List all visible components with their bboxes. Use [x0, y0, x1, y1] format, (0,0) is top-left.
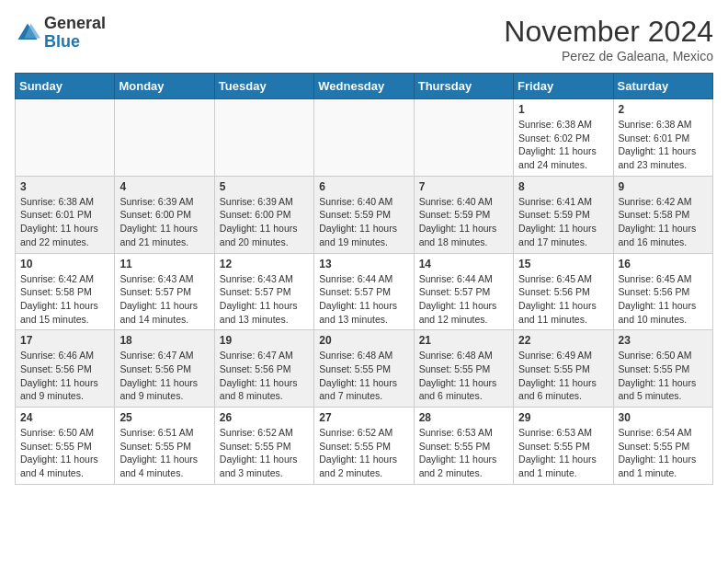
- week-row-0: 1Sunrise: 6:38 AMSunset: 6:02 PMDaylight…: [16, 99, 713, 177]
- day-info: Sunrise: 6:48 AMSunset: 5:55 PMDaylight:…: [319, 349, 408, 403]
- day-cell-27: 27Sunrise: 6:52 AMSunset: 5:55 PMDayligh…: [314, 408, 414, 485]
- day-number: 27: [319, 411, 408, 424]
- logo-text: General Blue: [44, 15, 106, 52]
- day-info: Sunrise: 6:54 AMSunset: 5:55 PMDaylight:…: [619, 426, 708, 480]
- day-number: 5: [220, 180, 309, 193]
- day-number: 14: [419, 258, 508, 270]
- day-header-wednesday: Wednesday: [314, 74, 414, 99]
- day-info: Sunrise: 6:45 AMSunset: 5:56 PMDaylight:…: [619, 272, 708, 327]
- day-cell-empty: [214, 99, 313, 177]
- day-number: 23: [619, 334, 708, 347]
- day-number: 22: [518, 334, 608, 347]
- day-cell-empty: [414, 99, 513, 177]
- day-info: Sunrise: 6:53 AMSunset: 5:55 PMDaylight:…: [518, 426, 608, 480]
- day-cell-22: 22Sunrise: 6:49 AMSunset: 5:55 PMDayligh…: [514, 330, 613, 408]
- day-info: Sunrise: 6:50 AMSunset: 5:55 PMDaylight:…: [20, 426, 109, 480]
- day-header-tuesday: Tuesday: [214, 74, 313, 99]
- day-header-friday: Friday: [514, 74, 613, 99]
- day-number: 4: [119, 180, 209, 193]
- day-cell-empty: [16, 99, 115, 177]
- day-header-saturday: Saturday: [613, 74, 712, 99]
- day-cell-3: 3Sunrise: 6:38 AMSunset: 6:01 PMDaylight…: [16, 176, 115, 253]
- day-info: Sunrise: 6:40 AMSunset: 5:59 PMDaylight:…: [419, 195, 508, 249]
- day-header-thursday: Thursday: [414, 74, 513, 99]
- day-number: 18: [119, 334, 209, 347]
- day-info: Sunrise: 6:39 AMSunset: 6:00 PMDaylight:…: [220, 195, 309, 249]
- day-number: 3: [20, 180, 109, 193]
- day-cell-28: 28Sunrise: 6:53 AMSunset: 5:55 PMDayligh…: [414, 408, 513, 485]
- day-info: Sunrise: 6:43 AMSunset: 5:57 PMDaylight:…: [119, 272, 209, 327]
- day-number: 1: [518, 103, 608, 116]
- day-cell-12: 12Sunrise: 6:43 AMSunset: 5:57 PMDayligh…: [214, 253, 313, 330]
- day-info: Sunrise: 6:42 AMSunset: 5:58 PMDaylight:…: [619, 195, 708, 249]
- calendar: SundayMondayTuesdayWednesdayThursdayFrid…: [15, 73, 713, 485]
- day-cell-14: 14Sunrise: 6:44 AMSunset: 5:57 PMDayligh…: [414, 253, 513, 330]
- day-number: 24: [20, 411, 109, 424]
- day-cell-17: 17Sunrise: 6:46 AMSunset: 5:56 PMDayligh…: [16, 330, 115, 408]
- day-cell-30: 30Sunrise: 6:54 AMSunset: 5:55 PMDayligh…: [613, 408, 712, 485]
- day-cell-2: 2Sunrise: 6:38 AMSunset: 6:01 PMDaylight…: [613, 99, 712, 177]
- logo: General Blue: [15, 15, 106, 52]
- day-cell-11: 11Sunrise: 6:43 AMSunset: 5:57 PMDayligh…: [115, 253, 214, 330]
- day-number: 19: [220, 334, 309, 347]
- title-area: November 2024 Perez de Galeana, Mexico: [504, 15, 713, 63]
- calendar-header-row: SundayMondayTuesdayWednesdayThursdayFrid…: [16, 74, 713, 99]
- day-number: 29: [518, 411, 608, 424]
- week-row-2: 10Sunrise: 6:42 AMSunset: 5:58 PMDayligh…: [16, 253, 713, 330]
- day-info: Sunrise: 6:45 AMSunset: 5:56 PMDaylight:…: [518, 272, 608, 327]
- day-info: Sunrise: 6:41 AMSunset: 5:59 PMDaylight:…: [518, 195, 608, 249]
- day-info: Sunrise: 6:47 AMSunset: 5:56 PMDaylight:…: [220, 349, 309, 403]
- day-number: 12: [220, 258, 309, 270]
- day-number: 15: [518, 258, 608, 270]
- logo-general: General: [44, 15, 106, 33]
- day-number: 11: [119, 258, 209, 270]
- day-cell-empty: [115, 99, 214, 177]
- day-cell-5: 5Sunrise: 6:39 AMSunset: 6:00 PMDaylight…: [214, 176, 313, 253]
- day-info: Sunrise: 6:47 AMSunset: 5:56 PMDaylight:…: [119, 349, 209, 403]
- page-header: General Blue November 2024 Perez de Gale…: [15, 15, 713, 63]
- day-info: Sunrise: 6:43 AMSunset: 5:57 PMDaylight:…: [220, 272, 309, 327]
- day-cell-6: 6Sunrise: 6:40 AMSunset: 5:59 PMDaylight…: [314, 176, 414, 253]
- day-info: Sunrise: 6:40 AMSunset: 5:59 PMDaylight:…: [319, 195, 408, 249]
- day-info: Sunrise: 6:52 AMSunset: 5:55 PMDaylight:…: [319, 426, 408, 480]
- day-cell-26: 26Sunrise: 6:52 AMSunset: 5:55 PMDayligh…: [214, 408, 313, 485]
- day-number: 30: [619, 411, 708, 424]
- day-header-monday: Monday: [115, 74, 214, 99]
- day-cell-21: 21Sunrise: 6:48 AMSunset: 5:55 PMDayligh…: [414, 330, 513, 408]
- location: Perez de Galeana, Mexico: [504, 49, 713, 63]
- day-number: 8: [518, 180, 608, 193]
- day-info: Sunrise: 6:38 AMSunset: 6:01 PMDaylight:…: [619, 118, 708, 172]
- day-number: 26: [220, 411, 309, 424]
- day-cell-23: 23Sunrise: 6:50 AMSunset: 5:55 PMDayligh…: [613, 330, 712, 408]
- day-cell-7: 7Sunrise: 6:40 AMSunset: 5:59 PMDaylight…: [414, 176, 513, 253]
- day-cell-15: 15Sunrise: 6:45 AMSunset: 5:56 PMDayligh…: [514, 253, 613, 330]
- day-cell-empty: [314, 99, 414, 177]
- day-header-sunday: Sunday: [16, 74, 115, 99]
- day-number: 17: [20, 334, 109, 347]
- day-cell-4: 4Sunrise: 6:39 AMSunset: 6:00 PMDaylight…: [115, 176, 214, 253]
- day-number: 6: [319, 180, 408, 193]
- day-number: 7: [419, 180, 508, 193]
- day-cell-29: 29Sunrise: 6:53 AMSunset: 5:55 PMDayligh…: [514, 408, 613, 485]
- day-cell-24: 24Sunrise: 6:50 AMSunset: 5:55 PMDayligh…: [16, 408, 115, 485]
- day-cell-16: 16Sunrise: 6:45 AMSunset: 5:56 PMDayligh…: [613, 253, 712, 330]
- day-info: Sunrise: 6:49 AMSunset: 5:55 PMDaylight:…: [518, 349, 608, 403]
- day-info: Sunrise: 6:44 AMSunset: 5:57 PMDaylight:…: [419, 272, 508, 327]
- day-cell-20: 20Sunrise: 6:48 AMSunset: 5:55 PMDayligh…: [314, 330, 414, 408]
- day-number: 25: [119, 411, 209, 424]
- day-cell-10: 10Sunrise: 6:42 AMSunset: 5:58 PMDayligh…: [16, 253, 115, 330]
- day-info: Sunrise: 6:48 AMSunset: 5:55 PMDaylight:…: [419, 349, 508, 403]
- day-info: Sunrise: 6:39 AMSunset: 6:00 PMDaylight:…: [119, 195, 209, 249]
- logo-blue: Blue: [44, 33, 106, 52]
- day-cell-8: 8Sunrise: 6:41 AMSunset: 5:59 PMDaylight…: [514, 176, 613, 253]
- day-info: Sunrise: 6:50 AMSunset: 5:55 PMDaylight:…: [619, 349, 708, 403]
- day-cell-13: 13Sunrise: 6:44 AMSunset: 5:57 PMDayligh…: [314, 253, 414, 330]
- day-info: Sunrise: 6:38 AMSunset: 6:02 PMDaylight:…: [518, 118, 608, 172]
- day-number: 28: [419, 411, 508, 424]
- month-title: November 2024: [504, 15, 713, 49]
- week-row-3: 17Sunrise: 6:46 AMSunset: 5:56 PMDayligh…: [16, 330, 713, 408]
- week-row-4: 24Sunrise: 6:50 AMSunset: 5:55 PMDayligh…: [16, 408, 713, 485]
- day-cell-19: 19Sunrise: 6:47 AMSunset: 5:56 PMDayligh…: [214, 330, 313, 408]
- day-info: Sunrise: 6:44 AMSunset: 5:57 PMDaylight:…: [319, 272, 408, 327]
- week-row-1: 3Sunrise: 6:38 AMSunset: 6:01 PMDaylight…: [16, 176, 713, 253]
